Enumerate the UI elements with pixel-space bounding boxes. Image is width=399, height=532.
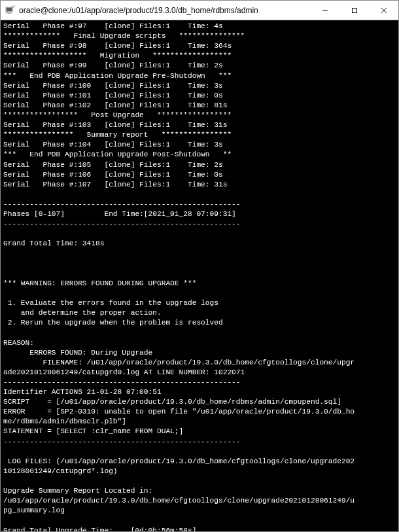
terminal-line: Serial Phase #:107 [clone] Files:1 Time:…: [3, 180, 396, 190]
terminal-line: 2. Rerun the upgrade when the problem is…: [3, 318, 396, 328]
titlebar: oracle@clone:/u01/app/oracle/product/19.…: [1, 1, 398, 20]
terminal-line: ----------------------------------------…: [3, 200, 396, 209]
terminal-line: /u01/app/oracle/product/19.3.0/db_home/c…: [3, 496, 396, 506]
terminal-line: Identifier ACTIONS 21-01-28 07:00:51: [3, 387, 396, 397]
terminal-line: [3, 229, 396, 239]
terminal-line: Serial Phase #:105 [clone] Files:1 Time:…: [3, 160, 396, 170]
terminal-line: ----------------------------------------…: [3, 219, 396, 229]
terminal-line: and determine the proper action.: [3, 308, 396, 318]
svg-rect-2: [7, 12, 11, 14]
svg-rect-6: [352, 8, 356, 12]
terminal-line: *** WARNING: ERRORS FOUND DURING UPGRADE…: [3, 279, 396, 289]
terminal-line: ***************** Post Upgrade *********…: [3, 111, 396, 120]
terminal-output[interactable]: Serial Phase #:97 [clone] Files:1 Time: …: [1, 20, 398, 531]
terminal-line: *** End PDB Application Upgrade Pre-Shut…: [3, 71, 396, 81]
terminal-line: **************** Summary report ********…: [3, 130, 396, 140]
terminal-line: Serial Phase #:106 [clone] Files:1 Time:…: [3, 170, 396, 180]
terminal-line: ************* Final Upgrade scripts ****…: [3, 31, 396, 41]
terminal-line: SCRIPT = [/u01/app/oracle/product/19.3.0…: [3, 397, 396, 407]
terminal-line: Serial Phase #:99 [clone] Files:1 Time: …: [3, 61, 396, 71]
terminal-line: me/rdbms/admin/dbmsclr.plb"]: [3, 417, 396, 427]
terminal-line: [3, 249, 396, 259]
terminal-line: STATEMENT = [SELECT :clr_name FROM DUAL;…: [3, 427, 396, 436]
terminal-line: [3, 476, 396, 486]
terminal-line: [3, 516, 396, 525]
window-controls: [310, 1, 398, 20]
terminal-line: 10128061249/catupgrd*.log): [3, 467, 396, 476]
terminal-line: Serial Phase #:102 [clone] Files:1 Time:…: [3, 101, 396, 111]
terminal-line: [3, 269, 396, 279]
terminal-line: [3, 289, 396, 298]
terminal-line: pg_summary.log: [3, 506, 396, 516]
svg-rect-1: [7, 8, 12, 11]
maximize-button[interactable]: [339, 1, 369, 20]
terminal-line: Serial Phase #:97 [clone] Files:1 Time: …: [3, 22, 396, 31]
terminal-line: Serial Phase #:101 [clone] Files:1 Time:…: [3, 91, 396, 101]
terminal-line: ----------------------------------------…: [3, 437, 396, 447]
window-title: oracle@clone:/u01/app/oracle/product/19.…: [19, 6, 310, 15]
terminal-line: Serial Phase #:100 [clone] Files:1 Time:…: [3, 81, 396, 91]
terminal-line: [3, 259, 396, 269]
terminal-line: LOG FILES: (/u01/app/oracle/product/19.3…: [3, 457, 396, 467]
terminal-line: REASON:: [3, 338, 396, 348]
terminal-line: [3, 190, 396, 200]
terminal-line: ERRORS FOUND: During Upgrade: [3, 348, 396, 358]
terminal-line: ERROR = [SP2-0310: unable to open file "…: [3, 407, 396, 417]
terminal-line: *** End PDB Application Upgrade Post-Shu…: [3, 150, 396, 160]
terminal-line: Serial Phase #:104 [clone] Files:1 Time:…: [3, 140, 396, 150]
terminal-window: oracle@clone:/u01/app/oracle/product/19.…: [0, 0, 399, 532]
terminal-line: FILENAME: /u01/app/oracle/product/19.3.0…: [3, 358, 396, 368]
terminal-line: Serial Phase #:103 [clone] Files:1 Time:…: [3, 120, 396, 130]
minimize-button[interactable]: [310, 1, 339, 20]
app-icon: [5, 5, 15, 16]
terminal-line: Grand Total Upgrade Time: [0d:0h:56m:58s…: [3, 526, 396, 531]
terminal-line: [3, 447, 396, 457]
close-button[interactable]: [369, 1, 398, 20]
terminal-line: ******************* Migration **********…: [3, 51, 396, 61]
terminal-line: Phases [0-107] End Time:[2021_01_28 07:0…: [3, 209, 396, 219]
terminal-line: ade20210128061249/catupgrd0.log AT LINE …: [3, 368, 396, 378]
terminal-line: [3, 328, 396, 338]
terminal-line: 1. Evaluate the errors found in the upgr…: [3, 298, 396, 308]
terminal-line: Grand Total Time: 3418s: [3, 239, 396, 249]
terminal-line: ----------------------------------------…: [3, 378, 396, 387]
terminal-line: Serial Phase #:98 [clone] Files:1 Time: …: [3, 41, 396, 51]
terminal-line: Upgrade Summary Report Located in:: [3, 486, 396, 496]
svg-point-4: [13, 5, 14, 7]
